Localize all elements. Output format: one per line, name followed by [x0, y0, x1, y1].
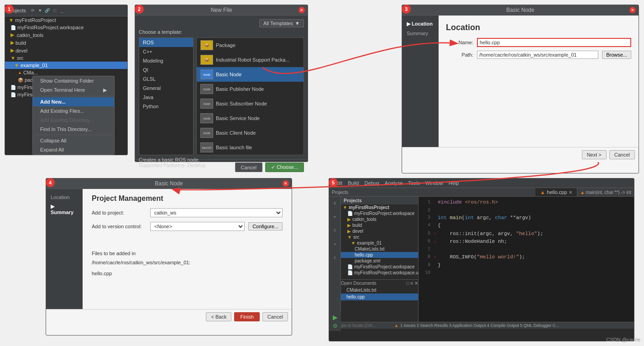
- launch-icon: launch: [200, 142, 213, 152]
- menu-tools[interactable]: Tools: [405, 179, 423, 187]
- files-path: /home/cacrle/ros/catkin_ws/src/example_0…: [92, 258, 283, 267]
- tree-item[interactable]: ▼ src: [5, 54, 127, 62]
- separator: [33, 96, 114, 96]
- ide-tree-cmakelists[interactable]: CMakeLists.txt: [341, 246, 418, 252]
- menu-expand-all[interactable]: Expand All: [33, 145, 114, 154]
- menu-show-containing[interactable]: Show Containing Folder: [33, 76, 114, 85]
- welcome-icon[interactable]: W: [330, 199, 340, 208]
- panel2-close[interactable]: ✕: [298, 7, 305, 13]
- template-service[interactable]: node Basic Service Node: [197, 111, 304, 126]
- link-icon[interactable]: 🔗: [44, 7, 51, 14]
- warning-icon2: ▲: [580, 190, 585, 195]
- template-publisher[interactable]: node Basic Publisher Node: [197, 82, 304, 96]
- template-industrial[interactable]: 📦 Industrial Robot Support Packa...: [197, 52, 304, 67]
- menu-debug[interactable]: Debug: [361, 179, 382, 187]
- all-templates-dropdown[interactable]: All Templates ▼: [259, 19, 304, 27]
- tree-item[interactable]: ▶ build: [5, 39, 127, 47]
- ide-tree-devel[interactable]: ▶ devel: [341, 228, 418, 234]
- template-items: 📦 Package 📦 Industrial Robot Support Pac…: [196, 37, 304, 155]
- wizard-step-location-4[interactable]: Location: [48, 193, 81, 202]
- tree-root-item[interactable]: ▼ myFirstRosProject: [5, 16, 127, 24]
- help-icon[interactable]: H: [330, 253, 340, 262]
- menu-analyze[interactable]: Analyze: [382, 179, 405, 187]
- next-button[interactable]: Next >: [582, 150, 607, 159]
- tab-close[interactable]: ✕: [569, 190, 572, 195]
- tree-item[interactable]: ▶ devel: [5, 47, 127, 54]
- ide-tree-catkin[interactable]: ▶ catkin_tools: [341, 216, 418, 222]
- tree-item[interactable]: 📄 myFirstRosProject.workspace: [5, 24, 127, 31]
- menu-find-in-dir[interactable]: Find In This Directory...: [33, 125, 114, 134]
- sync-icon[interactable]: ⟳: [30, 7, 36, 14]
- tree-item[interactable]: ▶ .catkin_tools: [5, 31, 127, 39]
- wizard-step-location[interactable]: ▶ Location: [404, 19, 437, 29]
- ide-tree-workspace[interactable]: 📄 myFirstRosProject.workspace: [341, 210, 418, 216]
- cancel-button-4[interactable]: Cancel: [262, 312, 288, 321]
- panel3-body: ▶ Location Summary Location Name: Path: …: [402, 16, 639, 147]
- ide-tree-root[interactable]: ▼ myFirstRosProject: [341, 204, 418, 210]
- ide-project-panel: Projects ▼ myFirstRosProject 📄 myFirstRo…: [341, 197, 419, 322]
- template-client[interactable]: node Basic Client Node: [197, 126, 304, 140]
- panel4-titlebar: Basic Node ✕: [46, 178, 292, 189]
- panel2-body: All Templates ▼ Choose a template: ROS C…: [135, 16, 308, 159]
- menu-build[interactable]: Build: [345, 179, 361, 187]
- tree-item[interactable]: ▲ CMa...: [5, 69, 127, 76]
- ide-tree-src[interactable]: ▼ src: [341, 234, 418, 240]
- template-basic-node[interactable]: node Basic Node: [197, 67, 304, 82]
- locate-input[interactable]: [338, 323, 393, 328]
- template-subscriber[interactable]: node Basic Subscriber Node: [197, 96, 304, 111]
- debug-icon[interactable]: D: [330, 226, 340, 235]
- watermark: CSDN @cacrle: [606, 337, 640, 342]
- cancel-button-3[interactable]: Cancel: [609, 150, 635, 159]
- ide-tree-example01[interactable]: ▼ example_01: [341, 240, 418, 246]
- wizard-sidebar-4: Location ▶ Summary: [46, 189, 83, 309]
- category-python[interactable]: Python: [139, 102, 193, 111]
- maximize-icon[interactable]: □: [52, 7, 58, 14]
- menu-add-existing-files[interactable]: Add Existing Files...: [33, 106, 114, 115]
- doc-hellocpp[interactable]: hello.cpp: [341, 294, 418, 300]
- code-editor[interactable]: 1 #include <ros/ros.h> 2 3 int main(int …: [419, 197, 634, 322]
- cancel-button[interactable]: Cancel: [235, 163, 262, 172]
- category-qt[interactable]: Qt: [139, 65, 193, 74]
- ide-tree-workspace2[interactable]: 📄 myFirstRosProject.workspace: [341, 264, 418, 270]
- tab-hello-cpp[interactable]: ▲ hello.cpp ✕: [535, 188, 577, 196]
- category-ros[interactable]: ROS: [139, 38, 193, 47]
- ide-tree-hellocpp[interactable]: hello.cpp: [341, 252, 418, 258]
- category-cpp[interactable]: C++: [139, 47, 193, 56]
- menu-help[interactable]: Help: [446, 179, 462, 187]
- ide-main: W E D P H Projects ▼ myFirstRosProject 📄…: [329, 197, 634, 322]
- configure-button[interactable]: Configure...: [248, 222, 283, 231]
- minimize-icon[interactable]: _: [59, 7, 65, 14]
- ide-tree-packagexml[interactable]: package.xml: [341, 258, 418, 264]
- menu-open-terminal[interactable]: Open Terminal Here ▶: [33, 85, 114, 95]
- panel3-close[interactable]: ✕: [629, 7, 636, 13]
- tree-item-example01[interactable]: ▼ example_01: [5, 62, 127, 69]
- path-input[interactable]: [477, 51, 598, 59]
- choose-button[interactable]: ✓ Choose...: [265, 163, 304, 172]
- projects-icon[interactable]: P: [330, 240, 340, 249]
- add-to-project-row: Add to project: catkin_ws: [92, 208, 283, 217]
- menu-add-new[interactable]: Add New...: [33, 97, 114, 106]
- template-package[interactable]: 📦 Package: [197, 38, 304, 52]
- filter-icon[interactable]: ▼: [37, 7, 43, 14]
- ide-tree-workspace-user[interactable]: 📄 myFirstRosProject.workspace.user: [341, 270, 418, 276]
- panel4-close[interactable]: ✕: [283, 180, 289, 187]
- function-indicator: ▲ main(int, char **) -> int: [577, 189, 634, 196]
- menu-window[interactable]: Window: [423, 179, 446, 187]
- back-button[interactable]: < Back: [206, 312, 231, 321]
- finish-button[interactable]: Finish: [234, 312, 259, 321]
- category-general[interactable]: General: [139, 84, 193, 93]
- wizard-step-summary[interactable]: Summary: [404, 29, 437, 38]
- ide-tree-build[interactable]: ▶ build: [341, 222, 418, 228]
- menu-collapse-all[interactable]: Collapse All: [33, 136, 114, 145]
- wizard-step-summary-4[interactable]: ▶ Summary: [48, 202, 81, 217]
- doc-cmakelists[interactable]: CMakeLists.txt: [341, 287, 418, 294]
- project-select[interactable]: catkin_ws: [150, 208, 283, 217]
- name-input[interactable]: [477, 38, 631, 47]
- category-modeling[interactable]: Modeling: [139, 56, 193, 65]
- browse-button[interactable]: Browse...: [602, 51, 631, 59]
- edit-icon[interactable]: E: [330, 212, 340, 221]
- category-java[interactable]: Java: [139, 93, 193, 102]
- vc-select[interactable]: <None>: [150, 222, 245, 231]
- template-launch[interactable]: launch Basic launch file: [197, 140, 304, 155]
- category-glsl[interactable]: GLSL: [139, 74, 193, 84]
